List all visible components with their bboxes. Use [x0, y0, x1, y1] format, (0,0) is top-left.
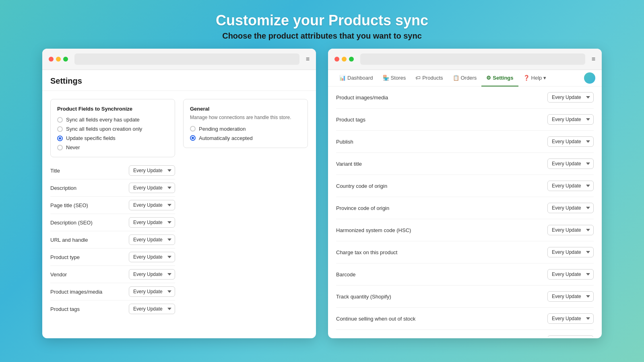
- close-button[interactable]: [49, 57, 54, 62]
- field-row-product-images: Product images/media Every Update Update…: [50, 283, 175, 300]
- right-field-product-images: Product images/media Every UpdateUpdate …: [336, 86, 594, 109]
- product-fields-label: Product Fields to Synchronize: [57, 106, 168, 112]
- nav-stores[interactable]: 🏪 Stores: [378, 70, 411, 86]
- field-row-product-type: Product type Every Update Update Every N…: [50, 249, 175, 266]
- left-settings-content: Product Fields to Synchronize Sync all f…: [42, 91, 316, 338]
- right-minimize-button[interactable]: [342, 57, 347, 62]
- maximize-button[interactable]: [63, 57, 68, 62]
- products-icon: 🏷: [415, 75, 421, 81]
- field-row-description-seo: Description (SEO) Every Update Update Ev…: [50, 214, 175, 231]
- field-select-description[interactable]: Every Update Update Every Never Creation…: [129, 183, 175, 193]
- orders-icon: 📋: [453, 75, 459, 81]
- windows-container: ≡ Settings Product Fields to Synchronize…: [0, 49, 644, 338]
- right-select-weight-unit[interactable]: Every UpdateUpdate EveryNeverCreation On…: [547, 335, 594, 337]
- right-field-publish: Publish Every UpdateUpdate EveryNeverCre…: [336, 131, 594, 153]
- right-select-province-code[interactable]: Every UpdateUpdate EveryNeverCreation On…: [547, 203, 594, 213]
- page-header: Customize your Products sync Choose the …: [216, 0, 428, 49]
- radio-never[interactable]: Never: [57, 144, 168, 150]
- radio-circle-3: [57, 136, 63, 141]
- page-subtitle: Choose the product attributes that you w…: [216, 31, 428, 41]
- field-select-product-tags[interactable]: Every Update Update Every Never Creation…: [129, 304, 175, 314]
- radio-sync-all-update[interactable]: Sync all fields every has update: [57, 117, 168, 123]
- two-column-layout: Product Fields to Synchronize Sync all f…: [50, 99, 308, 317]
- general-radio-group: Pending moderation Automatically accepte…: [190, 126, 301, 141]
- right-select-hsc[interactable]: Every UpdateUpdate EveryNeverCreation On…: [547, 225, 594, 235]
- right-field-country-code: Country code of origin Every UpdateUpdat…: [336, 175, 594, 197]
- right-field-charge-tax: Charge tax on this product Every UpdateU…: [336, 241, 594, 263]
- right-select-publish[interactable]: Every UpdateUpdate EveryNeverCreation On…: [547, 136, 594, 147]
- left-column: Product Fields to Synchronize Sync all f…: [50, 99, 175, 317]
- field-row-url-handle: URL and handle Every Update Update Every…: [50, 231, 175, 249]
- radio-auto-accepted[interactable]: Automatically accepted: [190, 135, 301, 141]
- right-nav-bar: 📊 Dashboard 🏪 Stores 🏷 Products 📋 Orders…: [328, 70, 602, 86]
- right-select-barcode[interactable]: Every UpdateUpdate EveryNeverCreation On…: [547, 269, 594, 280]
- right-menu-icon[interactable]: ≡: [592, 56, 595, 63]
- nav-orders[interactable]: 📋 Orders: [448, 70, 482, 86]
- radio-circle-pending: [190, 126, 196, 132]
- nav-settings[interactable]: ⚙ Settings: [481, 70, 518, 86]
- right-select-charge-tax[interactable]: Every UpdateUpdate EveryNeverCreation On…: [547, 247, 594, 257]
- settings-icon: ⚙: [486, 75, 491, 81]
- field-row-product-tags: Product tags Every Update Update Every N…: [50, 300, 175, 317]
- right-settings-content: Product images/media Every UpdateUpdate …: [328, 86, 602, 337]
- left-search-bar[interactable]: [74, 53, 299, 65]
- right-close-button[interactable]: [334, 57, 339, 62]
- field-select-product-images[interactable]: Every Update Update Every Never Creation…: [129, 286, 175, 297]
- right-field-barcode: Barcode Every UpdateUpdate EveryNeverCre…: [336, 263, 594, 286]
- nav-products[interactable]: 🏷 Products: [411, 70, 448, 86]
- right-field-province-code: Province code of origin Every UpdateUpda…: [336, 197, 594, 219]
- field-select-description-seo[interactable]: Every Update Update Every Never Creation…: [129, 217, 175, 228]
- help-icon: ❓: [523, 75, 530, 81]
- field-select-page-title-seo[interactable]: Every Update Update Every Never Creation…: [129, 200, 175, 210]
- page-title: Customize your Products sync: [216, 12, 428, 29]
- dashboard-icon: 📊: [339, 75, 346, 81]
- field-select-url-handle[interactable]: Every Update Update Every Never Creation…: [129, 234, 175, 245]
- right-select-product-tags[interactable]: Every UpdateUpdate EveryNeverCreation On…: [547, 114, 594, 125]
- radio-circle-2: [57, 126, 63, 132]
- radio-pending[interactable]: Pending moderation: [190, 126, 301, 132]
- right-select-variant-title[interactable]: Every UpdateUpdate EveryNeverCreation On…: [547, 158, 594, 169]
- right-window: ≡ 📊 Dashboard 🏪 Stores 🏷 Products 📋 Orde…: [328, 49, 602, 338]
- right-traffic-lights: [334, 57, 354, 62]
- left-window: ≡ Settings Product Fields to Synchronize…: [42, 49, 316, 338]
- right-titlebar: ≡: [328, 49, 602, 70]
- left-titlebar: ≡: [42, 49, 316, 70]
- left-menu-icon[interactable]: ≡: [306, 56, 310, 63]
- field-row-vendor: Vendor Every Update Update Every Never C…: [50, 266, 175, 283]
- field-select-vendor[interactable]: Every Update Update Every Never Creation…: [129, 269, 175, 280]
- right-field-track-quantity: Track quantity (Shopify) Every UpdateUpd…: [336, 286, 594, 308]
- radio-circle-auto: [190, 135, 196, 141]
- general-title: General: [190, 106, 301, 112]
- right-select-track-quantity[interactable]: Every UpdateUpdate EveryNeverCreation On…: [547, 291, 594, 302]
- right-field-continue-selling: Continue selling when out of stock Every…: [336, 308, 594, 330]
- field-rows-container: Title Every Update Update Every Never Cr…: [50, 162, 175, 317]
- field-row-page-title-seo: Page title (SEO) Every Update Update Eve…: [50, 197, 175, 214]
- product-fields-card: Product Fields to Synchronize Sync all f…: [50, 99, 175, 157]
- right-field-product-tags: Product tags Every UpdateUpdate EveryNev…: [336, 109, 594, 131]
- right-select-country-code[interactable]: Every UpdateUpdate EveryNeverCreation On…: [547, 181, 594, 191]
- field-row-title: Title Every Update Update Every Never Cr…: [50, 162, 175, 179]
- field-select-title[interactable]: Every Update Update Every Never Creation…: [129, 165, 175, 176]
- right-field-hsc: Harmonized system code (HSC) Every Updat…: [336, 219, 594, 241]
- right-select-product-images[interactable]: Every UpdateUpdate EveryNeverCreation On…: [547, 92, 594, 103]
- right-maximize-button[interactable]: [349, 57, 354, 62]
- radio-sync-all-creation[interactable]: Sync all fields upon creation only: [57, 126, 168, 132]
- right-search-bar[interactable]: [360, 53, 585, 65]
- radio-group: Sync all fields every has update Sync al…: [57, 117, 168, 150]
- stores-icon: 🏪: [383, 75, 389, 81]
- user-avatar: [584, 72, 595, 84]
- nav-dashboard[interactable]: 📊 Dashboard: [334, 70, 378, 86]
- radio-circle-4: [57, 145, 63, 150]
- field-select-product-type[interactable]: Every Update Update Every Never Creation…: [129, 252, 175, 262]
- minimize-button[interactable]: [56, 57, 61, 62]
- settings-title: Settings: [50, 76, 308, 90]
- right-field-variant-title: Variant title Every UpdateUpdate EveryNe…: [336, 153, 594, 175]
- right-column: General Manage how connections are handl…: [183, 99, 308, 317]
- radio-update-specific[interactable]: Update specific fields: [57, 135, 168, 141]
- nav-help[interactable]: ❓ Help ▾: [518, 70, 551, 86]
- left-traffic-lights: [49, 57, 68, 62]
- radio-circle-1: [57, 117, 63, 123]
- right-field-weight-unit: Weight & unit Every UpdateUpdate EveryNe…: [336, 330, 594, 337]
- general-desc: Manage how connections are handle this s…: [190, 114, 301, 121]
- right-select-continue-selling[interactable]: Every UpdateUpdate EveryNeverCreation On…: [547, 313, 594, 324]
